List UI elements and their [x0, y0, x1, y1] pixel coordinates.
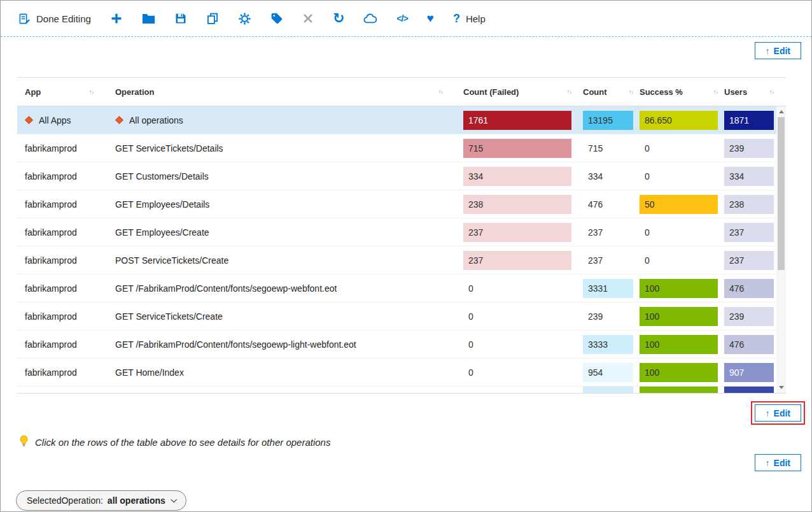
hint-row: Click on the rows of the table above to …	[18, 435, 811, 449]
cell-success: 0	[636, 171, 720, 181]
heat-cell: 100	[640, 279, 718, 298]
advanced-editor-button[interactable]: </>	[396, 12, 407, 25]
table-body-wrap: All Apps All operations 1761 13195 86.65…	[17, 106, 786, 393]
annotation-highlight: ↑ Edit	[751, 401, 805, 425]
settings-button[interactable]	[238, 12, 251, 25]
table-row[interactable]: fabrikamprod GET Customers/Details 334 3…	[17, 162, 776, 190]
table-row[interactable]: fabrikamprod GET Home/Index 0 954 100 90…	[17, 359, 776, 387]
heat-cell: 476	[724, 335, 774, 354]
cell-count-failed: 0	[457, 339, 578, 350]
help-button[interactable]: ? Help	[453, 12, 486, 25]
edit-button[interactable]: ↑ Edit	[755, 404, 801, 422]
value-cell: 0	[463, 367, 473, 378]
heat-cell: 50	[640, 195, 718, 214]
close-icon	[302, 13, 314, 24]
operations-table: App↑↓Operation↑↓Count (Failed)↑↓Count↑↓S…	[17, 77, 786, 394]
cell-users: 476	[720, 279, 776, 298]
scroll-down-button[interactable]	[776, 382, 786, 393]
table-row[interactable]: All Apps All operations 1761 13195 86.65…	[17, 106, 776, 134]
sort-icon[interactable]: ↑↓	[713, 89, 718, 95]
cell-app: fabrikamprod	[17, 367, 108, 378]
cell-users: 239	[720, 307, 776, 326]
column-label: Success %	[640, 87, 683, 97]
column-header-succ[interactable]: Success %↑↓	[636, 78, 720, 106]
refresh-button[interactable]: ↻	[333, 12, 344, 25]
edit-button[interactable]: ↑ Edit	[755, 454, 801, 471]
cell-count: 237	[578, 255, 636, 266]
add-button[interactable]	[110, 12, 123, 25]
table-row[interactable]: fabrikamprod GET Employees/Create 237 23…	[17, 218, 776, 246]
copy-icon	[206, 12, 219, 25]
cell-success: 0	[636, 143, 720, 153]
heat-cell: 715	[463, 139, 571, 158]
heat-cell: 100	[640, 363, 718, 382]
cell-operation: GET Customers/Details	[108, 171, 457, 181]
save-button[interactable]	[174, 12, 187, 25]
open-button[interactable]	[142, 13, 155, 24]
cell-count-failed: 334	[457, 167, 578, 186]
copy-button[interactable]	[206, 12, 219, 25]
sort-icon[interactable]: ↑↓	[567, 89, 571, 95]
column-header-cf[interactable]: Count (Failed)↑↓	[457, 78, 578, 106]
column-label: Users	[724, 87, 747, 97]
table-row[interactable]: fabrikamprod GET /FabrikamProd/Content/f…	[17, 274, 776, 302]
cell-operation: GET ServiceTickets/Details	[108, 143, 457, 153]
table-row-partial[interactable]	[17, 387, 776, 393]
triangle-down-icon	[779, 386, 784, 389]
scroll-up-button[interactable]	[776, 106, 786, 117]
scrollbar-thumb[interactable]	[778, 117, 785, 270]
app-insights-diamond-icon	[25, 116, 33, 124]
pin-button[interactable]	[270, 12, 283, 25]
value-cell: 0	[640, 255, 650, 266]
cell-users	[720, 387, 776, 393]
column-header-count[interactable]: Count↑↓	[578, 78, 636, 106]
table-row[interactable]: fabrikamprod GET ServiceTickets/Details …	[17, 134, 776, 162]
edit-button-label: Edit	[774, 458, 790, 468]
sort-icon[interactable]: ↑↓	[89, 89, 94, 95]
cell-app: fabrikamprod	[17, 143, 108, 153]
done-editing-button[interactable]: Done Editing	[18, 13, 91, 25]
value-cell: 0	[640, 227, 650, 238]
cell-success: 100	[636, 335, 720, 354]
app-insights-diamond-icon	[115, 116, 123, 124]
parameter-row: SelectedOperation: all operations	[16, 490, 811, 511]
sort-icon[interactable]: ↑↓	[629, 89, 633, 95]
heat-cell: 237	[463, 251, 571, 270]
edit-row-bottom: ↑ Edit	[1, 454, 811, 471]
heat-cell	[583, 387, 633, 393]
column-header-users[interactable]: Users↑↓	[720, 78, 776, 106]
heart-icon: ♥	[427, 12, 434, 25]
value-cell: 239	[583, 311, 603, 322]
cell-count: 476	[578, 199, 636, 210]
cell-count-failed: 237	[457, 223, 578, 242]
table-row[interactable]: fabrikamprod POST ServiceTickets/Create …	[17, 246, 776, 274]
done-editing-icon	[18, 13, 31, 25]
sort-icon[interactable]: ↑↓	[769, 89, 774, 95]
table-row[interactable]: fabrikamprod GET ServiceTickets/Create 0…	[17, 302, 776, 331]
table-row[interactable]: fabrikamprod GET /FabrikamProd/Content/f…	[17, 331, 776, 359]
sort-icon[interactable]: ↑↓	[438, 89, 443, 95]
vertical-scrollbar[interactable]	[776, 106, 786, 393]
column-label: Count (Failed)	[463, 87, 519, 97]
discard-button[interactable]	[302, 13, 314, 24]
value-cell: 0	[463, 339, 473, 350]
cell-users: 907	[720, 363, 776, 382]
heat-cell: 476	[724, 279, 774, 298]
favorite-button[interactable]: ♥	[427, 12, 434, 25]
selected-operation-dropdown[interactable]: SelectedOperation: all operations	[16, 490, 186, 511]
value-cell: 237	[583, 255, 603, 266]
cell-app: fabrikamprod	[17, 199, 108, 210]
column-header-app[interactable]: App↑↓	[17, 78, 108, 106]
table-row[interactable]: fabrikamprod GET Employees/Details 238 4…	[17, 190, 776, 218]
heat-cell: 13195	[583, 111, 633, 130]
cloud-button[interactable]	[363, 13, 377, 24]
cell-count: 13195	[578, 111, 636, 130]
cell-success: 100	[636, 307, 720, 326]
cell-success: 86.650	[636, 111, 720, 130]
edit-button[interactable]: ↑ Edit	[755, 42, 801, 59]
table-header: App↑↓Operation↑↓Count (Failed)↑↓Count↑↓S…	[17, 77, 786, 106]
cell-count-failed: 715	[457, 139, 578, 158]
heat-cell: 239	[724, 307, 774, 326]
column-header-op[interactable]: Operation↑↓	[108, 78, 457, 106]
heat-cell: 907	[724, 363, 774, 382]
